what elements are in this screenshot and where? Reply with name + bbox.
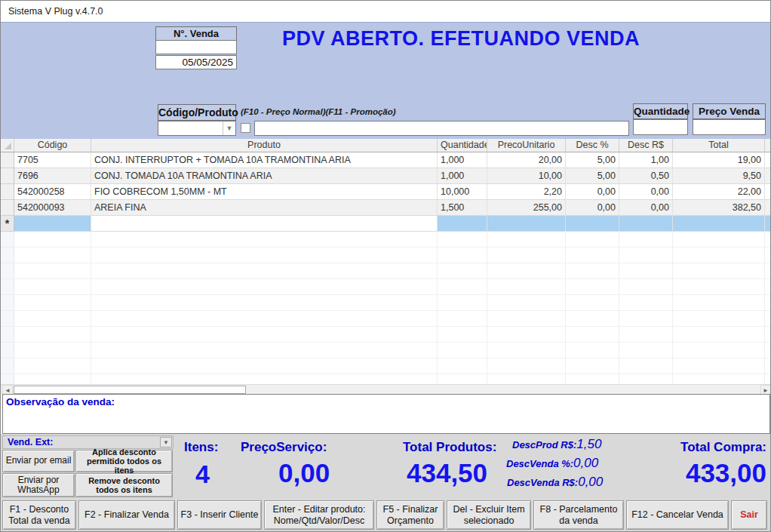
- empty-cell: [566, 327, 619, 343]
- chevron-down-icon[interactable]: ▼: [223, 121, 235, 135]
- empty-cell: [487, 295, 566, 311]
- product-search-input[interactable]: [254, 121, 629, 136]
- column-header-precounitario[interactable]: PrecoUnitario: [487, 139, 566, 152]
- preco-venda-input[interactable]: [693, 119, 766, 135]
- empty-cell: [765, 358, 771, 374]
- empty-cell: [673, 248, 765, 263]
- new-row-cell[interactable]: [765, 216, 771, 232]
- new-row-cell[interactable]: [438, 216, 487, 232]
- empty-cell: [487, 343, 566, 358]
- enter-editar-produto-button[interactable]: Enter - Editar produto: Nome/Qtd/Valor/D…: [264, 500, 374, 530]
- table-cell[interactable]: 1,00: [619, 152, 673, 168]
- new-row-cell[interactable]: [673, 216, 765, 232]
- f5-finalizar-orcamento-button[interactable]: F5 - Finalizar Orçamento: [376, 500, 444, 530]
- table-cell[interactable]: FIO COBRECOM 1,50MM - MT: [91, 184, 438, 200]
- table-cell[interactable]: 7705: [14, 152, 91, 168]
- desc-venda-pct-label: DescVenda %:: [506, 458, 573, 469]
- table-cell[interactable]: 0,50: [619, 168, 673, 184]
- scrollbar-thumb[interactable]: [14, 386, 246, 394]
- row-header-cell[interactable]: [1, 184, 14, 200]
- horizontal-scrollbar[interactable]: ◄ ►: [1, 384, 771, 394]
- table-cell[interactable]: 1,500: [438, 200, 487, 216]
- desc-prod-line: DescProd R$:1,50: [512, 437, 601, 452]
- empty-cell: [91, 295, 438, 311]
- table-cell[interactable]: 0,00: [619, 200, 673, 216]
- table-row[interactable]: 542000093AREIA FINA1,500255,000,000,0038…: [1, 200, 771, 216]
- table-cell[interactable]: 20,00: [487, 152, 566, 168]
- table-cell[interactable]: 2,20: [487, 184, 566, 200]
- row-header-cell[interactable]: [1, 168, 14, 184]
- column-header-desc-r-[interactable]: Desc R$: [619, 139, 673, 152]
- f8-parcelamento-button[interactable]: F8 - Parcelamento da venda: [533, 500, 624, 530]
- enviar-email-button[interactable]: Enviar por email: [2, 450, 75, 472]
- enviar-whatsapp-button[interactable]: Enviar por WhatsApp: [2, 473, 75, 497]
- table-cell[interactable]: 0,00: [566, 200, 619, 216]
- empty-cell: [765, 263, 771, 279]
- new-row-cell[interactable]: [14, 216, 91, 232]
- table-cell[interactable]: 5,00: [566, 152, 619, 168]
- table-cell[interactable]: 10,000: [438, 184, 487, 200]
- table-cell[interactable]: 5,00: [566, 168, 619, 184]
- f12-cancelar-venda-button[interactable]: F12 - Cancelar Venda: [626, 500, 729, 530]
- empty-grid-row: [1, 311, 771, 327]
- new-row-cell[interactable]: [487, 216, 566, 232]
- column-header-desc-[interactable]: Desc %: [566, 139, 619, 152]
- select-all-corner[interactable]: [1, 139, 14, 152]
- vend-ext-label: Vend. Ext:: [8, 437, 53, 447]
- table-cell[interactable]: 542000093: [14, 200, 91, 216]
- row-header-cell[interactable]: [1, 200, 14, 216]
- table-cell[interactable]: 0,00: [619, 184, 673, 200]
- table-cell[interactable]: 542000258: [14, 184, 91, 200]
- empty-cell: [619, 311, 673, 327]
- table-cell[interactable]: 19,00: [673, 152, 765, 168]
- table-cell[interactable]: AREIA FINA: [91, 200, 438, 216]
- promo-checkbox[interactable]: [241, 123, 250, 133]
- table-cell[interactable]: CONJ. TOMADA 10A TRAMONTINA ARIA: [91, 168, 438, 184]
- empty-cell: [91, 358, 438, 374]
- empty-cell: [14, 327, 91, 343]
- column-header-total[interactable]: Total: [673, 139, 765, 152]
- preco-servico-label: PreçoServiço:: [241, 440, 327, 455]
- f3-inserir-cliente-button[interactable]: F3 - Inserir Cliente: [177, 500, 262, 530]
- column-header-c-digo[interactable]: Código: [14, 139, 91, 152]
- table-cell[interactable]: 1,000: [438, 152, 487, 168]
- table-cell[interactable]: 255,00: [487, 200, 566, 216]
- new-row-produto-cell[interactable]: [91, 216, 438, 232]
- table-cell[interactable]: 0,00: [566, 184, 619, 200]
- aplica-desconto-button[interactable]: Aplica desconto permitido todos os itens: [75, 450, 173, 472]
- empty-cell: [14, 358, 91, 374]
- venda-number-input[interactable]: [155, 40, 237, 54]
- new-row-cell[interactable]: [619, 216, 673, 232]
- chevron-down-icon[interactable]: ▼: [160, 437, 172, 447]
- sair-button[interactable]: Sair: [731, 500, 767, 530]
- table-row[interactable]: 542000258FIO COBRECOM 1,50MM - MT10,0002…: [1, 184, 771, 200]
- row-header-cell[interactable]: [1, 152, 14, 168]
- new-row-cell[interactable]: [566, 216, 619, 232]
- table-cell[interactable]: 9,50: [673, 168, 765, 184]
- codigo-combobox[interactable]: ▼: [158, 121, 236, 136]
- quantidade-input[interactable]: [633, 119, 688, 135]
- table-row[interactable]: 7705CONJ. INTERRUPTOR + TOMADA 10A TRAMO…: [1, 152, 771, 168]
- empty-grid-row: [1, 295, 771, 311]
- remove-desconto-button[interactable]: Remove desconto todos os itens: [75, 473, 173, 497]
- table-cell[interactable]: 7696: [14, 168, 91, 184]
- f2-finalizar-venda-button[interactable]: F2 - Finalizar Venda: [78, 500, 175, 530]
- column-header-quantidade[interactable]: Quantidade: [438, 139, 487, 152]
- new-item-row[interactable]: *: [1, 216, 771, 232]
- table-cell[interactable]: 22,00: [673, 184, 765, 200]
- table-cell[interactable]: 1,000: [438, 168, 487, 184]
- del-excluir-item-button[interactable]: Del - Excluir Item selecionado: [447, 500, 531, 530]
- table-cell[interactable]: CONJ. INTERRUPTOR + TOMADA 10A TRAMONTIN…: [91, 152, 438, 168]
- empty-cell: [487, 232, 566, 248]
- column-header-produto[interactable]: Produto: [91, 139, 438, 152]
- sale-date-field[interactable]: 05/05/2025: [155, 55, 237, 69]
- observacao-textarea[interactable]: Observação da venda:: [2, 394, 770, 434]
- window-title: Sistema V Plug v.4.7.0: [8, 6, 103, 17]
- empty-cell: [566, 295, 619, 311]
- f1-desconto-button[interactable]: F1 - Desconto Total da venda: [2, 500, 76, 530]
- empty-cell: [673, 232, 765, 248]
- table-row[interactable]: 7696CONJ. TOMADA 10A TRAMONTINA ARIA1,00…: [1, 168, 771, 184]
- table-cell[interactable]: 382,50: [673, 200, 765, 216]
- table-cell[interactable]: 10,00: [487, 168, 566, 184]
- empty-cell: [673, 358, 765, 374]
